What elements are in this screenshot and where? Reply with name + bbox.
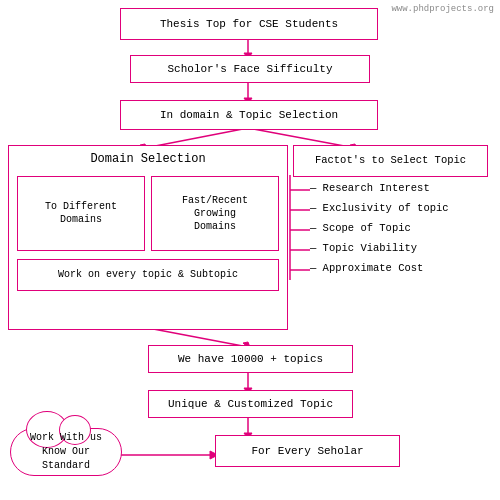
watermark: www.phdprojects.org — [391, 4, 494, 14]
domain-topic-box: In domain & Topic Selection — [120, 100, 378, 130]
thesis-box: Thesis Top for CSE Students — [120, 8, 378, 40]
research-item: — Research Interest — [310, 182, 430, 194]
domain-selection-label: Domain Selection — [13, 150, 283, 170]
scholar-box: Scholor's Face Sifficulty — [130, 55, 370, 83]
viability-item: — Topic Viability — [310, 242, 417, 254]
approx-item: — Approximate Cost — [310, 262, 423, 274]
work-subtopic-box: Work on every topic & Subtopic — [17, 259, 279, 291]
domain-selection-outer: Domain Selection To Different Domains Fa… — [8, 145, 288, 330]
unique-topic-box: Unique & Customized Topic — [148, 390, 353, 418]
cloud-box: Work With us Know Our Standard — [10, 428, 122, 476]
factors-box: Factot's to Select Topic — [293, 145, 488, 177]
scope-item: — Scope of Topic — [310, 222, 411, 234]
fast-domains-box: Fast/Recent Growing Domains — [151, 176, 279, 251]
have-topics-box: We have 10000 + topics — [148, 345, 353, 373]
diagram: www.phdprojects.org — [0, 0, 500, 500]
exclusivity-item: — Exclusivity of topic — [310, 202, 449, 214]
for-every-box: For Every Seholar — [215, 435, 400, 467]
different-domains-box: To Different Domains — [17, 176, 145, 251]
